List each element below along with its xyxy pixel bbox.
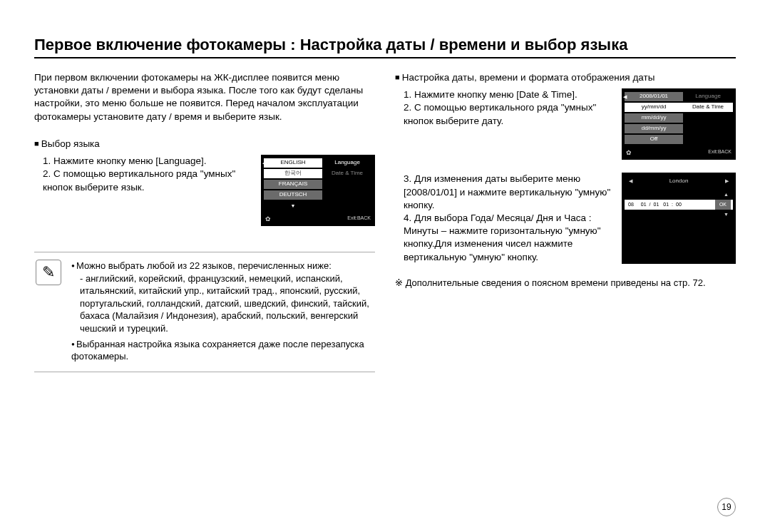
lcd1-right-datetime: Date & Time (322, 170, 372, 178)
lcd1-item-korean: 한국어 (264, 169, 322, 178)
lcd1-exit: Exit:BACK (347, 215, 371, 223)
lang-steps: 1. Нажмите кнопку меню [Language]. 2. С … (43, 155, 261, 226)
lcd2-right-dt: Date & Time (683, 103, 733, 112)
page-number: 19 (717, 498, 736, 516)
chevron-up-icon: ▲ (625, 191, 733, 198)
lcd1-right-language: Language (322, 159, 372, 167)
lcd3-mon: 01 (640, 200, 648, 208)
lcd1-item-de: DEUTSCH (264, 190, 322, 200)
note-box: ✎ Можно выбрать любой из 22 языков, пере… (34, 252, 375, 372)
dt-steps-34: 3. Для изменения даты выберите меню [200… (404, 173, 622, 264)
dt-step-3: 3. Для изменения даты выберите меню [200… (404, 173, 615, 212)
gear-icon: ✿ (265, 215, 271, 223)
dt-steps-12: 1. Нажмите кнопку меню [Date & Time]. 2.… (404, 88, 622, 160)
lcd2-item-mmddyy: mm/dd/yy (625, 113, 683, 123)
lcd1-item-english: ENGLISH (264, 158, 322, 168)
lcd-city: London ▲ 08/ 01/ 01 01: 00 OK ▼ (622, 173, 736, 264)
lcd-datetime: 2008/01/01 Language yy/mm/dd Date & Time… (622, 88, 736, 160)
dt-step-1: 1. Нажмите кнопку меню [Date & Time]. (404, 88, 615, 101)
right-column: Настройка даты, времени и формата отобра… (395, 71, 736, 372)
lcd3-min: 00 (674, 200, 683, 208)
lang-step-2: 2. С помощью вертикального ряда "умных" … (43, 168, 254, 193)
lcd3-ok: OK (715, 200, 731, 209)
dt-step-4: 4. Для выбора Года/ Месяца/ Дня и Часа :… (404, 212, 615, 264)
lcd2-right-lang: Language (683, 93, 733, 101)
note-bullet-2: Выбранная настройка языка сохраняется да… (71, 338, 371, 363)
dt-step-2: 2. С помощью вертикального ряда "умных" … (404, 101, 615, 127)
footnote-text: Дополнительные сведения о поясном времен… (395, 277, 736, 290)
datetime-heading: Настройка даты, времени и формата отобра… (395, 71, 736, 84)
lcd2-exit: Exit:BACK (708, 148, 732, 157)
lcd2-item-ddmmyy: dd/mm/yy (625, 124, 683, 133)
lcd2-item-yymmdd: yy/mm/dd (625, 103, 683, 112)
lcd1-item-fr: FRANÇAIS (264, 180, 322, 189)
lcd2-item-off: Off (625, 135, 683, 144)
note-icon: ✎ (36, 260, 61, 285)
note-bullet-1-sub: - английский, корейский, французский, не… (80, 272, 371, 335)
lcd-language: ENGLISH Language 한국어 Date & Time FRANÇAI… (261, 155, 375, 226)
lang-step-1: 1. Нажмите кнопку меню [Language]. (43, 155, 254, 168)
page-title: Первое включение фотокамеры : Настройка … (34, 36, 736, 58)
intro-text: При первом включении фотокамеры на ЖК-ди… (34, 71, 375, 123)
chevron-down-icon-2: ▼ (625, 211, 733, 218)
chevron-down-icon: ▼ (291, 203, 296, 209)
note-bullet-1: Можно выбрать любой из 22 языков, перечи… (71, 260, 371, 272)
lcd3-year: 08 (627, 200, 635, 208)
footnote: Дополнительные сведения о поясном времен… (395, 277, 736, 290)
lcd3-hr: 01 (662, 200, 670, 208)
lcd3-day: 01 (652, 200, 661, 208)
lcd3-datefields: 08/ 01/ 01 01: 00 (627, 199, 683, 210)
lcd2-item-date: 2008/01/01 (625, 92, 683, 101)
lcd3-city: London (625, 175, 733, 191)
gear-icon-2: ✿ (626, 148, 632, 157)
lang-heading: Выбор языка (34, 138, 375, 150)
left-column: При первом включении фотокамеры на ЖК-ди… (34, 71, 375, 372)
